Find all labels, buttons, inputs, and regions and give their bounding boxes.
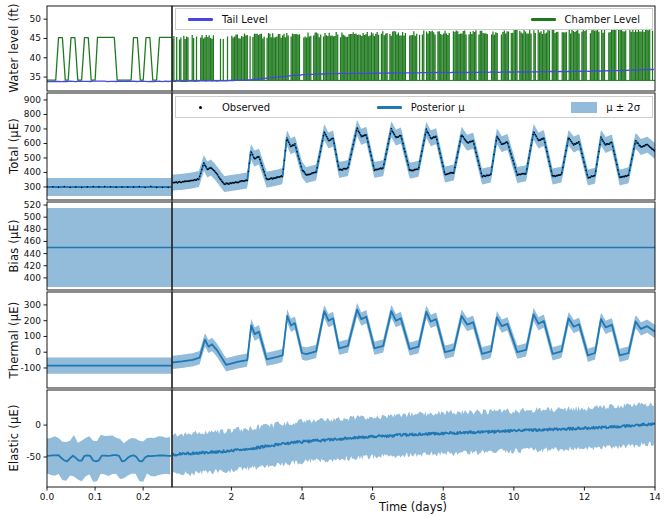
- legend-label-mu-2sigma: μ ± 2σ: [606, 102, 640, 113]
- svg-text:0: 0: [35, 420, 41, 430]
- svg-text:50: 50: [30, 14, 42, 24]
- svg-text:45: 45: [30, 33, 41, 43]
- svg-text:520: 520: [24, 200, 41, 210]
- panel-total: [47, 120, 655, 196]
- svg-text:420: 420: [24, 261, 41, 271]
- tail-level-line-swatch: [188, 18, 213, 21]
- legend-label-tail-level: Tail Level: [222, 14, 268, 25]
- svg-text:500: 500: [24, 212, 41, 222]
- svg-text:6: 6: [370, 492, 376, 502]
- panel-thermal: [47, 303, 655, 374]
- svg-text:300: 300: [24, 300, 41, 310]
- ylabel-thermal: Thermal (μE): [7, 302, 21, 379]
- svg-text:400: 400: [24, 167, 41, 177]
- svg-text:-50: -50: [26, 452, 41, 462]
- svg-text:900: 900: [24, 95, 41, 105]
- svg-text:0.0: 0.0: [40, 492, 55, 502]
- svg-text:0.1: 0.1: [88, 492, 102, 502]
- svg-text:4: 4: [299, 492, 305, 502]
- legend-item-posterior-mu: Posterior μ: [377, 102, 465, 113]
- svg-text:40: 40: [30, 53, 42, 63]
- posterior-mu-line-swatch: [377, 106, 402, 109]
- legend-item-mu-2sigma: μ ± 2σ: [571, 102, 640, 113]
- svg-text:200: 200: [24, 316, 41, 326]
- svg-text:10: 10: [508, 492, 520, 502]
- panel-elastic: [47, 402, 655, 482]
- svg-text:300: 300: [24, 182, 41, 192]
- svg-text:12: 12: [579, 492, 590, 502]
- svg-text:480: 480: [24, 224, 41, 234]
- water-level-legend: Tail Level Chamber Level: [175, 8, 653, 30]
- panel-water: [47, 27, 655, 82]
- svg-text:800: 800: [24, 109, 41, 119]
- svg-text:500: 500: [24, 153, 41, 163]
- svg-text:700: 700: [24, 124, 41, 134]
- xlabel-time-days: Time (days): [379, 500, 447, 514]
- svg-text:-100: -100: [21, 363, 42, 373]
- legend-item-observed: Observed: [188, 102, 270, 113]
- legend-item-chamber-level: Chamber Level: [531, 14, 640, 25]
- legend-label-observed: Observed: [222, 102, 270, 113]
- legend-label-chamber-level: Chamber Level: [565, 14, 640, 25]
- ylabel-elastic: Elastic (μE): [7, 404, 21, 471]
- panel-bias: [47, 208, 655, 287]
- ylabel-water-level: Water level (ft): [7, 3, 21, 92]
- posterior-legend: Observed Posterior μ μ ± 2σ: [175, 96, 653, 118]
- observed-dot-swatch: [199, 106, 202, 109]
- svg-text:460: 460: [24, 236, 41, 246]
- svg-text:14: 14: [649, 492, 661, 502]
- svg-text:35: 35: [30, 72, 41, 82]
- svg-text:0: 0: [35, 347, 41, 357]
- svg-text:600: 600: [24, 138, 41, 148]
- svg-text:0.2: 0.2: [136, 492, 150, 502]
- legend-label-posterior-mu: Posterior μ: [411, 102, 465, 113]
- ylabel-total: Total (μE): [7, 118, 21, 174]
- svg-text:400: 400: [24, 273, 41, 283]
- plot-canvas: 3540455030040050060070080090040042044046…: [0, 0, 664, 518]
- legend-item-tail-level: Tail Level: [188, 14, 268, 25]
- strain-decomposition-figure: 3540455030040050060070080090040042044046…: [0, 0, 664, 518]
- svg-text:2: 2: [229, 492, 235, 502]
- svg-text:440: 440: [24, 249, 41, 259]
- chamber-level-line-swatch: [531, 18, 556, 21]
- svg-text:100: 100: [24, 331, 41, 341]
- ylabel-bias: Bias (μE): [7, 219, 21, 272]
- mu-2sigma-patch-swatch: [571, 102, 597, 113]
